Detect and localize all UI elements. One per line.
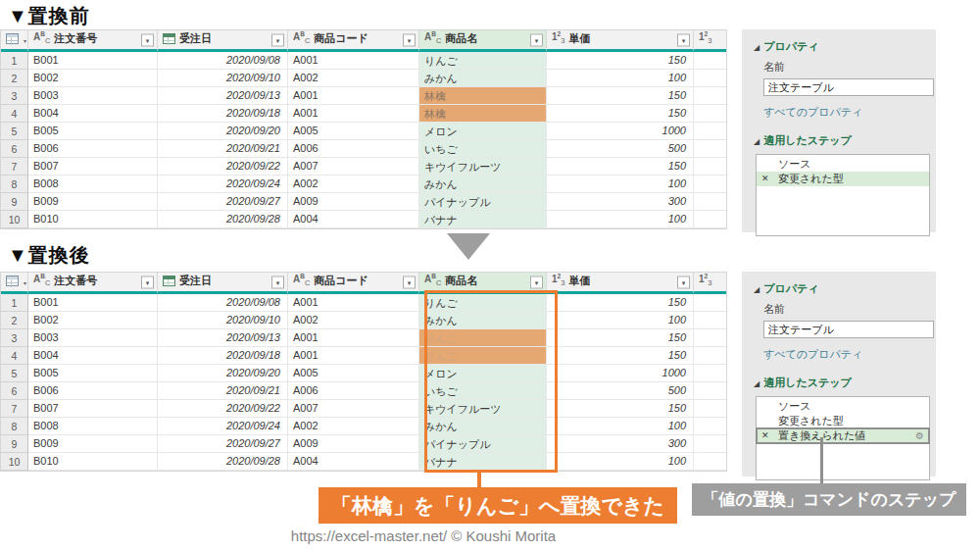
filter-dropdown-icon[interactable]: ▾	[141, 33, 154, 46]
all-properties-link[interactable]: すべてのプロパティ	[763, 347, 926, 362]
unit-price-cell[interactable]: 100	[547, 312, 694, 329]
row-number-cell[interactable]: 5	[1, 123, 28, 140]
order-no-cell[interactable]: B006	[28, 140, 158, 158]
order-date-cell[interactable]: 2020/09/27	[158, 435, 288, 453]
delete-step-icon[interactable]: ✕	[761, 428, 769, 443]
order-no-cell[interactable]: B004	[28, 105, 158, 123]
order-no-cell[interactable]: B003	[28, 329, 158, 347]
order-date-cell[interactable]: 2020/09/08	[158, 294, 288, 312]
order-no-cell[interactable]: B006	[28, 382, 158, 400]
unit-price-cell[interactable]: 1000	[547, 365, 694, 382]
product-name-cell[interactable]: バナナ	[419, 453, 547, 471]
product-code-cell[interactable]: A002	[288, 312, 419, 329]
order-date-cell[interactable]: 2020/09/24	[158, 418, 288, 435]
column-header-商品名[interactable]: ABC商品名▾	[419, 273, 547, 294]
unit-price-cell[interactable]: 100	[547, 211, 694, 228]
column-header-注文番号[interactable]: ABC注文番号▾	[28, 273, 158, 294]
unit-price-cell[interactable]: 1000	[547, 123, 694, 140]
unit-price-cell[interactable]: 100	[547, 453, 694, 471]
product-name-cell[interactable]: りんご	[419, 329, 547, 347]
unit-price-cell[interactable]: 100	[547, 70, 694, 87]
filter-dropdown-icon[interactable]: ▾	[403, 33, 416, 46]
filter-dropdown-icon[interactable]: ▾	[530, 276, 543, 288]
order-date-cell[interactable]: 2020/09/21	[158, 140, 288, 158]
order-date-cell[interactable]: 2020/09/21	[158, 382, 288, 400]
column-header-partial[interactable]: 123	[694, 30, 726, 52]
row-number-cell[interactable]: 2	[1, 312, 28, 329]
query-name-input[interactable]	[763, 321, 934, 338]
order-date-cell[interactable]: 2020/09/13	[158, 87, 288, 105]
order-no-cell[interactable]: B001	[28, 294, 158, 312]
order-date-cell[interactable]: 2020/09/10	[158, 312, 288, 329]
row-number-cell[interactable]: 7	[1, 158, 28, 176]
order-date-cell[interactable]: 2020/09/13	[158, 329, 288, 347]
unit-price-cell[interactable]: 150	[547, 347, 694, 365]
order-no-cell[interactable]: B010	[28, 211, 158, 228]
row-number-cell[interactable]: 6	[1, 140, 28, 158]
product-name-cell[interactable]: いちご	[419, 140, 547, 158]
delete-step-icon[interactable]: ✕	[761, 172, 769, 186]
order-no-cell[interactable]: B010	[28, 453, 158, 471]
filter-dropdown-icon[interactable]: ▾	[403, 276, 416, 288]
collapse-triangle-icon[interactable]: ◢	[754, 137, 760, 146]
product-name-cell[interactable]: みかん	[419, 176, 547, 193]
product-code-cell[interactable]: A001	[288, 347, 419, 365]
product-name-cell[interactable]: 林檎	[419, 105, 547, 123]
product-code-cell[interactable]: A004	[288, 211, 419, 228]
order-date-cell[interactable]: 2020/09/08	[158, 52, 288, 70]
product-name-cell[interactable]: メロン	[419, 123, 547, 140]
product-code-cell[interactable]: A001	[288, 87, 419, 105]
product-code-cell[interactable]: A004	[288, 453, 419, 471]
unit-price-cell[interactable]: 150	[547, 329, 694, 347]
filter-dropdown-icon[interactable]: ▾	[141, 276, 154, 288]
order-date-cell[interactable]: 2020/09/24	[158, 176, 288, 193]
applied-step-ソース[interactable]: ソース	[757, 399, 929, 414]
row-number-cell[interactable]: 6	[1, 382, 28, 400]
order-date-cell[interactable]: 2020/09/22	[158, 158, 288, 176]
row-number-cell[interactable]: 10	[1, 453, 28, 471]
product-name-cell[interactable]: いちご	[419, 382, 547, 400]
row-number-cell[interactable]: 1	[1, 52, 28, 70]
unit-price-cell[interactable]: 150	[547, 87, 694, 105]
order-no-cell[interactable]: B005	[28, 365, 158, 382]
row-number-cell[interactable]: 2	[1, 70, 28, 87]
unit-price-cell[interactable]: 150	[547, 400, 694, 418]
column-header-商品コード[interactable]: ABC商品コード▾	[288, 273, 419, 294]
filter-dropdown-icon[interactable]: ▾	[677, 276, 690, 288]
product-code-cell[interactable]: A005	[288, 123, 419, 140]
order-date-cell[interactable]: 2020/09/28	[158, 453, 288, 471]
column-header-受注日[interactable]: 受注日▾	[158, 273, 288, 294]
all-properties-link[interactable]: すべてのプロパティ	[763, 105, 926, 120]
order-no-cell[interactable]: B003	[28, 87, 158, 105]
product-code-cell[interactable]: A007	[288, 400, 419, 418]
unit-price-cell[interactable]: 150	[547, 158, 694, 176]
order-date-cell[interactable]: 2020/09/20	[158, 123, 288, 140]
product-code-cell[interactable]: A006	[288, 140, 419, 158]
product-code-cell[interactable]: A001	[288, 52, 419, 70]
product-code-cell[interactable]: A005	[288, 365, 419, 382]
column-header-注文番号[interactable]: ABC注文番号▾	[28, 30, 158, 52]
product-code-cell[interactable]: A002	[288, 70, 419, 87]
product-name-cell[interactable]: みかん	[419, 312, 547, 329]
product-name-cell[interactable]: りんご	[419, 52, 547, 70]
row-number-cell[interactable]: 4	[1, 105, 28, 123]
collapse-triangle-icon[interactable]: ◢	[754, 43, 760, 52]
filter-dropdown-icon[interactable]: ▾	[677, 33, 690, 46]
order-no-cell[interactable]: B007	[28, 400, 158, 418]
product-name-cell[interactable]: キウイフルーツ	[419, 400, 547, 418]
product-code-cell[interactable]: A009	[288, 193, 419, 211]
order-no-cell[interactable]: B008	[28, 176, 158, 193]
row-number-cell[interactable]: 8	[1, 176, 28, 193]
product-code-cell[interactable]: A001	[288, 294, 419, 312]
product-code-cell[interactable]: A001	[288, 105, 419, 123]
order-date-cell[interactable]: 2020/09/27	[158, 193, 288, 211]
product-code-cell[interactable]: A002	[288, 176, 419, 193]
order-date-cell[interactable]: 2020/09/10	[158, 70, 288, 87]
applied-step-置き換えられた値[interactable]: ✕置き換えられた値⚙	[757, 428, 929, 443]
order-date-cell[interactable]: 2020/09/22	[158, 400, 288, 418]
row-number-cell[interactable]: 1	[1, 294, 28, 312]
applied-step-変更された型[interactable]: ✕変更された型	[757, 172, 929, 186]
unit-price-cell[interactable]: 300	[547, 435, 694, 453]
corner-dropdown-icon[interactable]: ▾	[24, 279, 26, 288]
product-name-cell[interactable]: みかん	[419, 70, 547, 87]
